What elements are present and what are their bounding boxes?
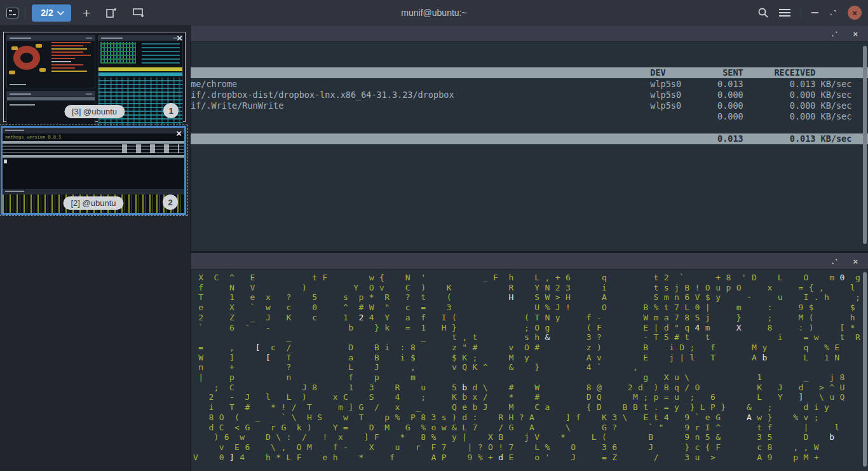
close-session-icon[interactable]: ×: [176, 129, 182, 138]
random-char: J: [648, 442, 653, 453]
random-char: /: [653, 453, 658, 463]
restore-window-button[interactable]: [829, 8, 837, 17]
random-char: q: [674, 383, 679, 393]
search-icon[interactable]: [757, 7, 769, 18]
terminal-pane-random-output[interactable]: × XC^EtFw{N'_FhL,+6qt2`+8'DLOm0gfNV)YOvC…: [191, 251, 868, 471]
menu-icon[interactable]: [779, 9, 790, 17]
session-thumbnail-3[interactable]: × [3] @ubuntu 1: [3, 32, 186, 122]
random-char: M: [633, 392, 638, 402]
random-output-row: vE6\,OMf-XurF7|?O!7L%O36J}c{Fc8,,W: [191, 442, 868, 453]
random-char: #: [245, 402, 250, 413]
random-char: C: [405, 283, 410, 293]
random-char: R: [395, 383, 400, 393]
random-char: t: [421, 292, 426, 303]
random-char: *: [560, 432, 566, 442]
random-char: $: [850, 303, 855, 313]
close-window-button[interactable]: ×: [848, 6, 862, 20]
mini-titlebar: [3, 128, 184, 133]
mini-nethogs-total-bar: [3, 155, 184, 158]
random-char: 2: [664, 273, 669, 283]
random-char: t: [684, 332, 689, 343]
random-char: M: [384, 423, 390, 433]
random-char: `: [250, 303, 255, 313]
random-char: `: [198, 323, 203, 333]
editor-text-line: [10, 104, 35, 106]
random-char: ": [674, 323, 679, 333]
random-char: v: [452, 362, 457, 372]
scrollbar-thumb[interactable]: [863, 272, 867, 467]
random-char: &: [509, 362, 514, 372]
random-char: O: [369, 283, 374, 293]
close-session-icon[interactable]: ×: [177, 34, 182, 43]
random-char: |: [804, 423, 809, 433]
random-char: ': [742, 273, 747, 283]
random-char: ;: [814, 413, 819, 423]
random-char: n: [674, 292, 679, 303]
random-char: 8: [768, 323, 773, 333]
random-char: &: [452, 423, 457, 433]
random-char: C: [534, 402, 539, 413]
random-char: R: [855, 332, 860, 343]
random-char: \: [623, 413, 628, 423]
random-char: i: [778, 332, 783, 343]
random-char: ,: [410, 362, 416, 372]
random-char: \: [566, 423, 571, 433]
random-char: Z: [229, 313, 234, 323]
random-char: _: [483, 273, 488, 283]
maximize-pane-icon[interactable]: [831, 257, 839, 266]
random-char: ;: [524, 323, 529, 333]
random-char: v: [509, 343, 514, 353]
random-char: T: [358, 413, 363, 423]
random-char: |: [198, 372, 203, 383]
random-output-row: fNV)YOvC)KRYN23itsjB!OupOx={,l: [191, 283, 868, 293]
random-char: }: [534, 362, 539, 372]
random-char: r: [416, 442, 421, 453]
random-char: K: [757, 383, 762, 393]
random-char: ): [421, 283, 426, 293]
random-char: 4: [369, 313, 374, 323]
random-char: 4: [240, 453, 245, 463]
random-char: N: [545, 283, 550, 293]
random-char: B: [374, 343, 379, 353]
random-output-row: dC<GrGk)Y=DMG%ow&L7/GA\G?`"9rI^tf|l: [191, 423, 868, 433]
random-char: #: [534, 392, 539, 402]
random-char: ': [545, 453, 550, 463]
session-sidebar: × [3] @ubuntu 1 × net: [0, 25, 191, 471]
htop-selected-row: [98, 72, 182, 76]
random-char: [: [255, 343, 261, 353]
session-label: [2] @ubuntu: [63, 196, 123, 210]
random-char: 6: [229, 323, 234, 333]
random-char: H: [442, 323, 447, 333]
close-pane-icon[interactable]: ×: [853, 257, 858, 266]
sysinfo-lines: [51, 42, 91, 74]
random-char: $: [705, 292, 710, 303]
random-char: 1: [343, 313, 348, 323]
random-char: G: [281, 423, 286, 433]
random-char: z: [587, 343, 592, 353]
random-char: J: [374, 362, 379, 372]
scrollbar-thumb[interactable]: [863, 46, 867, 244]
random-char: y: [452, 432, 457, 442]
random-char: x: [395, 402, 400, 413]
random-char: u: [715, 283, 721, 293]
random-char: ]: [798, 392, 803, 402]
terminal-pane-nethogs[interactable]: × DEV SENT RECEIVEDme/chrome: [191, 25, 868, 249]
random-char: $: [809, 303, 814, 313]
random-char: (: [602, 432, 607, 442]
random-char: [: [840, 323, 845, 333]
random-char: 7: [674, 303, 679, 313]
editor-header-bar: [7, 97, 95, 100]
maximize-pane-icon[interactable]: [831, 30, 839, 38]
random-char: E: [643, 353, 648, 363]
close-pane-icon[interactable]: ×: [853, 29, 858, 39]
session-thumbnail-2-selected[interactable]: × nethogs version 0.8.5 [2] @ubuntu 2: [1, 126, 186, 215]
random-char: L: [534, 442, 539, 453]
random-char: %: [545, 442, 550, 453]
random-char: N: [229, 283, 234, 293]
minimize-button[interactable]: [811, 12, 818, 13]
random-char: T: [710, 353, 715, 363]
random-char: R: [384, 292, 390, 303]
random-character-output: XC^EtFw{N'_FhL,+6qt2`+8'DLOm0gfNV)YOvC)K…: [191, 270, 868, 471]
random-char: H: [509, 413, 514, 423]
random-char: h: [509, 273, 514, 283]
